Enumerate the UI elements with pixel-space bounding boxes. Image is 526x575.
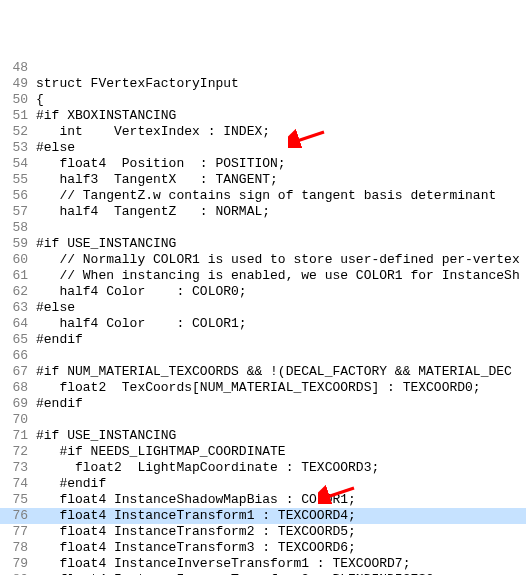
line-number: 50	[0, 92, 36, 108]
code-text[interactable]: #if NUM_MATERIAL_TEXCOORDS && !(DECAL_FA…	[36, 364, 526, 380]
line-number: 72	[0, 444, 36, 460]
line-number: 66	[0, 348, 36, 364]
code-text[interactable]: float4 InstanceTransform3 : TEXCOORD6;	[36, 540, 526, 556]
code-text[interactable]: #if XBOXINSTANCING	[36, 108, 526, 124]
line-number: 60	[0, 252, 36, 268]
code-editor[interactable]: 4849struct FVertexFactoryInput50{51#if X…	[0, 60, 526, 575]
code-line[interactable]: 50{	[0, 92, 526, 108]
line-number: 77	[0, 524, 36, 540]
line-number: 76	[0, 508, 36, 524]
line-number: 48	[0, 60, 36, 76]
code-text[interactable]: float4 Position : POSITION;	[36, 156, 526, 172]
line-number: 61	[0, 268, 36, 284]
code-text[interactable]: #endif	[36, 396, 526, 412]
line-number: 65	[0, 332, 36, 348]
code-text[interactable]: #if USE_INSTANCING	[36, 428, 526, 444]
code-line[interactable]: 59#if USE_INSTANCING	[0, 236, 526, 252]
line-number: 57	[0, 204, 36, 220]
line-number: 49	[0, 76, 36, 92]
code-line[interactable]: 64 half4 Color : COLOR1;	[0, 316, 526, 332]
code-line[interactable]: 56 // TangentZ.w contains sign of tangen…	[0, 188, 526, 204]
code-line[interactable]: 48	[0, 60, 526, 76]
code-line[interactable]: 67#if NUM_MATERIAL_TEXCOORDS && !(DECAL_…	[0, 364, 526, 380]
code-line[interactable]: 75 float4 InstanceShadowMapBias : COLOR1…	[0, 492, 526, 508]
code-line[interactable]: 65#endif	[0, 332, 526, 348]
line-number: 52	[0, 124, 36, 140]
code-text[interactable]: #if NEEDS_LIGHTMAP_COORDINATE	[36, 444, 526, 460]
code-line[interactable]: 70	[0, 412, 526, 428]
code-text[interactable]: // When instancing is enabled, we use CO…	[36, 268, 526, 284]
code-line[interactable]: 72 #if NEEDS_LIGHTMAP_COORDINATE	[0, 444, 526, 460]
code-line[interactable]: 76 float4 InstanceTransform1 : TEXCOORD4…	[0, 508, 526, 524]
line-number: 54	[0, 156, 36, 172]
code-line[interactable]: 61 // When instancing is enabled, we use…	[0, 268, 526, 284]
code-text[interactable]: float4 InstanceTransform2 : TEXCOORD5;	[36, 524, 526, 540]
code-line[interactable]: 49struct FVertexFactoryInput	[0, 76, 526, 92]
code-text[interactable]: half3 TangentX : TANGENT;	[36, 172, 526, 188]
code-line[interactable]: 78 float4 InstanceTransform3 : TEXCOORD6…	[0, 540, 526, 556]
line-number: 79	[0, 556, 36, 572]
code-line[interactable]: 77 float4 InstanceTransform2 : TEXCOORD5…	[0, 524, 526, 540]
code-text[interactable]: float4 InstanceShadowMapBias : COLOR1;	[36, 492, 526, 508]
line-number: 75	[0, 492, 36, 508]
code-line[interactable]: 53#else	[0, 140, 526, 156]
code-line[interactable]: 71#if USE_INSTANCING	[0, 428, 526, 444]
line-number: 71	[0, 428, 36, 444]
code-text[interactable]: #else	[36, 140, 526, 156]
code-line[interactable]: 54 float4 Position : POSITION;	[0, 156, 526, 172]
code-line[interactable]: 62 half4 Color : COLOR0;	[0, 284, 526, 300]
code-text[interactable]: #if USE_INSTANCING	[36, 236, 526, 252]
line-number: 55	[0, 172, 36, 188]
line-number: 69	[0, 396, 36, 412]
code-line[interactable]: 52 int VertexIndex : INDEX;	[0, 124, 526, 140]
code-line[interactable]: 69#endif	[0, 396, 526, 412]
line-number: 67	[0, 364, 36, 380]
code-line[interactable]: 68 float2 TexCoords[NUM_MATERIAL_TEXCOOR…	[0, 380, 526, 396]
code-line[interactable]: 58	[0, 220, 526, 236]
line-number: 63	[0, 300, 36, 316]
code-text[interactable]: half4 Color : COLOR1;	[36, 316, 526, 332]
code-text[interactable]: // TangentZ.w contains sign of tangent b…	[36, 188, 526, 204]
code-text[interactable]: float2 TexCoords[NUM_MATERIAL_TEXCOORDS]…	[36, 380, 526, 396]
code-text[interactable]: #else	[36, 300, 526, 316]
code-line[interactable]: 63#else	[0, 300, 526, 316]
line-number: 59	[0, 236, 36, 252]
code-text[interactable]: #endif	[36, 332, 526, 348]
code-text[interactable]: float4 InstanceInverseTransform1 : TEXCO…	[36, 556, 526, 572]
code-line[interactable]: 51#if XBOXINSTANCING	[0, 108, 526, 124]
code-text[interactable]: struct FVertexFactoryInput	[36, 76, 526, 92]
code-text[interactable]: half4 TangentZ : NORMAL;	[36, 204, 526, 220]
line-number: 70	[0, 412, 36, 428]
code-line[interactable]: 55 half3 TangentX : TANGENT;	[0, 172, 526, 188]
line-number: 73	[0, 460, 36, 476]
line-number: 53	[0, 140, 36, 156]
code-line[interactable]: 74 #endif	[0, 476, 526, 492]
line-number: 74	[0, 476, 36, 492]
code-line[interactable]: 73 float2 LightMapCoordinate : TEXCOORD3…	[0, 460, 526, 476]
line-number: 64	[0, 316, 36, 332]
line-number: 78	[0, 540, 36, 556]
code-text[interactable]: half4 Color : COLOR0;	[36, 284, 526, 300]
line-number: 58	[0, 220, 36, 236]
line-number: 51	[0, 108, 36, 124]
code-line[interactable]: 60 // Normally COLOR1 is used to store u…	[0, 252, 526, 268]
code-line[interactable]: 57 half4 TangentZ : NORMAL;	[0, 204, 526, 220]
code-text[interactable]: int VertexIndex : INDEX;	[36, 124, 526, 140]
line-number: 56	[0, 188, 36, 204]
code-line[interactable]: 66	[0, 348, 526, 364]
code-text[interactable]: float4 InstanceTransform1 : TEXCOORD4;	[36, 508, 526, 524]
code-text[interactable]: #endif	[36, 476, 526, 492]
code-line[interactable]: 79 float4 InstanceInverseTransform1 : TE…	[0, 556, 526, 572]
code-text[interactable]: float2 LightMapCoordinate : TEXCOORD3;	[36, 460, 526, 476]
line-number: 62	[0, 284, 36, 300]
code-text[interactable]: // Normally COLOR1 is used to store user…	[36, 252, 526, 268]
line-number: 68	[0, 380, 36, 396]
code-text[interactable]: {	[36, 92, 526, 108]
